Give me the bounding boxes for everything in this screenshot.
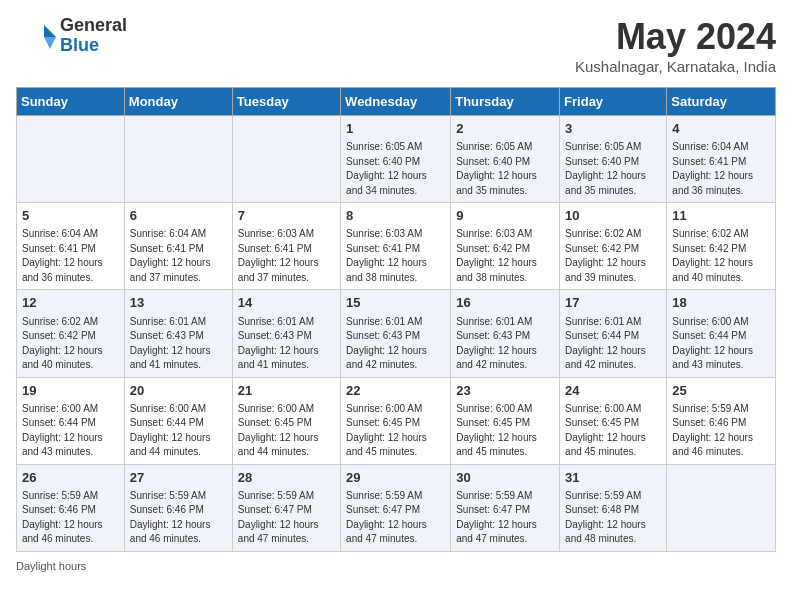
day-number: 13 bbox=[130, 294, 227, 312]
day-info: Sunrise: 6:05 AM Sunset: 6:40 PM Dayligh… bbox=[456, 140, 554, 198]
calendar-cell: 2Sunrise: 6:05 AM Sunset: 6:40 PM Daylig… bbox=[451, 116, 560, 203]
day-number: 14 bbox=[238, 294, 335, 312]
day-info: Sunrise: 6:00 AM Sunset: 6:44 PM Dayligh… bbox=[130, 402, 227, 460]
day-number: 25 bbox=[672, 382, 770, 400]
day-info: Sunrise: 6:00 AM Sunset: 6:45 PM Dayligh… bbox=[346, 402, 445, 460]
day-number: 28 bbox=[238, 469, 335, 487]
calendar-cell: 6Sunrise: 6:04 AM Sunset: 6:41 PM Daylig… bbox=[124, 203, 232, 290]
day-info: Sunrise: 6:03 AM Sunset: 6:42 PM Dayligh… bbox=[456, 227, 554, 285]
calendar-week-3: 12Sunrise: 6:02 AM Sunset: 6:42 PM Dayli… bbox=[17, 290, 776, 377]
day-number: 11 bbox=[672, 207, 770, 225]
day-info: Sunrise: 6:04 AM Sunset: 6:41 PM Dayligh… bbox=[22, 227, 119, 285]
day-info: Sunrise: 6:05 AM Sunset: 6:40 PM Dayligh… bbox=[565, 140, 661, 198]
logo-icon bbox=[16, 21, 56, 51]
day-info: Sunrise: 6:04 AM Sunset: 6:41 PM Dayligh… bbox=[672, 140, 770, 198]
day-info: Sunrise: 5:59 AM Sunset: 6:48 PM Dayligh… bbox=[565, 489, 661, 547]
calendar-table: SundayMondayTuesdayWednesdayThursdayFrid… bbox=[16, 87, 776, 552]
day-number: 3 bbox=[565, 120, 661, 138]
day-number: 20 bbox=[130, 382, 227, 400]
day-number: 2 bbox=[456, 120, 554, 138]
calendar-cell: 13Sunrise: 6:01 AM Sunset: 6:43 PM Dayli… bbox=[124, 290, 232, 377]
calendar-cell: 18Sunrise: 6:00 AM Sunset: 6:44 PM Dayli… bbox=[667, 290, 776, 377]
day-info: Sunrise: 6:04 AM Sunset: 6:41 PM Dayligh… bbox=[130, 227, 227, 285]
title-block: May 2024 Kushalnagar, Karnataka, India bbox=[575, 16, 776, 75]
calendar-cell: 24Sunrise: 6:00 AM Sunset: 6:45 PM Dayli… bbox=[560, 377, 667, 464]
day-number: 23 bbox=[456, 382, 554, 400]
calendar-week-2: 5Sunrise: 6:04 AM Sunset: 6:41 PM Daylig… bbox=[17, 203, 776, 290]
day-info: Sunrise: 6:01 AM Sunset: 6:43 PM Dayligh… bbox=[456, 315, 554, 373]
day-info: Sunrise: 5:59 AM Sunset: 6:47 PM Dayligh… bbox=[456, 489, 554, 547]
day-number: 12 bbox=[22, 294, 119, 312]
calendar-cell: 29Sunrise: 5:59 AM Sunset: 6:47 PM Dayli… bbox=[341, 464, 451, 551]
calendar-cell: 5Sunrise: 6:04 AM Sunset: 6:41 PM Daylig… bbox=[17, 203, 125, 290]
calendar-cell: 22Sunrise: 6:00 AM Sunset: 6:45 PM Dayli… bbox=[341, 377, 451, 464]
day-info: Sunrise: 6:00 AM Sunset: 6:45 PM Dayligh… bbox=[565, 402, 661, 460]
calendar-cell bbox=[17, 116, 125, 203]
day-info: Sunrise: 6:02 AM Sunset: 6:42 PM Dayligh… bbox=[672, 227, 770, 285]
calendar-header-row: SundayMondayTuesdayWednesdayThursdayFrid… bbox=[17, 88, 776, 116]
calendar-week-4: 19Sunrise: 6:00 AM Sunset: 6:44 PM Dayli… bbox=[17, 377, 776, 464]
calendar-cell: 31Sunrise: 5:59 AM Sunset: 6:48 PM Dayli… bbox=[560, 464, 667, 551]
location-title: Kushalnagar, Karnataka, India bbox=[575, 58, 776, 75]
day-info: Sunrise: 6:03 AM Sunset: 6:41 PM Dayligh… bbox=[346, 227, 445, 285]
day-number: 6 bbox=[130, 207, 227, 225]
page-header: General Blue May 2024 Kushalnagar, Karna… bbox=[16, 16, 776, 75]
day-number: 26 bbox=[22, 469, 119, 487]
day-number: 9 bbox=[456, 207, 554, 225]
calendar-cell: 21Sunrise: 6:00 AM Sunset: 6:45 PM Dayli… bbox=[232, 377, 340, 464]
logo: General Blue bbox=[16, 16, 127, 56]
day-number: 10 bbox=[565, 207, 661, 225]
calendar-cell: 10Sunrise: 6:02 AM Sunset: 6:42 PM Dayli… bbox=[560, 203, 667, 290]
calendar-week-5: 26Sunrise: 5:59 AM Sunset: 6:46 PM Dayli… bbox=[17, 464, 776, 551]
calendar-cell: 27Sunrise: 5:59 AM Sunset: 6:46 PM Dayli… bbox=[124, 464, 232, 551]
calendar-cell: 23Sunrise: 6:00 AM Sunset: 6:45 PM Dayli… bbox=[451, 377, 560, 464]
calendar-cell bbox=[124, 116, 232, 203]
day-info: Sunrise: 6:02 AM Sunset: 6:42 PM Dayligh… bbox=[22, 315, 119, 373]
day-number: 27 bbox=[130, 469, 227, 487]
day-number: 30 bbox=[456, 469, 554, 487]
day-number: 29 bbox=[346, 469, 445, 487]
calendar-cell: 4Sunrise: 6:04 AM Sunset: 6:41 PM Daylig… bbox=[667, 116, 776, 203]
svg-marker-1 bbox=[44, 25, 56, 37]
day-info: Sunrise: 6:01 AM Sunset: 6:43 PM Dayligh… bbox=[238, 315, 335, 373]
header-wednesday: Wednesday bbox=[341, 88, 451, 116]
day-number: 18 bbox=[672, 294, 770, 312]
day-number: 22 bbox=[346, 382, 445, 400]
calendar-cell: 17Sunrise: 6:01 AM Sunset: 6:44 PM Dayli… bbox=[560, 290, 667, 377]
day-info: Sunrise: 6:03 AM Sunset: 6:41 PM Dayligh… bbox=[238, 227, 335, 285]
day-info: Sunrise: 6:01 AM Sunset: 6:43 PM Dayligh… bbox=[346, 315, 445, 373]
day-info: Sunrise: 5:59 AM Sunset: 6:46 PM Dayligh… bbox=[22, 489, 119, 547]
month-title: May 2024 bbox=[575, 16, 776, 58]
day-info: Sunrise: 6:05 AM Sunset: 6:40 PM Dayligh… bbox=[346, 140, 445, 198]
header-sunday: Sunday bbox=[17, 88, 125, 116]
calendar-cell: 19Sunrise: 6:00 AM Sunset: 6:44 PM Dayli… bbox=[17, 377, 125, 464]
day-info: Sunrise: 6:00 AM Sunset: 6:45 PM Dayligh… bbox=[238, 402, 335, 460]
header-tuesday: Tuesday bbox=[232, 88, 340, 116]
calendar-cell: 1Sunrise: 6:05 AM Sunset: 6:40 PM Daylig… bbox=[341, 116, 451, 203]
day-info: Sunrise: 5:59 AM Sunset: 6:47 PM Dayligh… bbox=[346, 489, 445, 547]
day-info: Sunrise: 6:01 AM Sunset: 6:43 PM Dayligh… bbox=[130, 315, 227, 373]
calendar-cell: 11Sunrise: 6:02 AM Sunset: 6:42 PM Dayli… bbox=[667, 203, 776, 290]
day-number: 21 bbox=[238, 382, 335, 400]
calendar-cell: 3Sunrise: 6:05 AM Sunset: 6:40 PM Daylig… bbox=[560, 116, 667, 203]
header-saturday: Saturday bbox=[667, 88, 776, 116]
day-info: Sunrise: 5:59 AM Sunset: 6:47 PM Dayligh… bbox=[238, 489, 335, 547]
day-number: 24 bbox=[565, 382, 661, 400]
calendar-cell: 30Sunrise: 5:59 AM Sunset: 6:47 PM Dayli… bbox=[451, 464, 560, 551]
calendar-cell: 12Sunrise: 6:02 AM Sunset: 6:42 PM Dayli… bbox=[17, 290, 125, 377]
logo-blue: Blue bbox=[60, 35, 99, 55]
footer-note: Daylight hours bbox=[16, 560, 776, 572]
day-info: Sunrise: 6:00 AM Sunset: 6:44 PM Dayligh… bbox=[672, 315, 770, 373]
calendar-cell: 8Sunrise: 6:03 AM Sunset: 6:41 PM Daylig… bbox=[341, 203, 451, 290]
calendar-cell: 25Sunrise: 5:59 AM Sunset: 6:46 PM Dayli… bbox=[667, 377, 776, 464]
calendar-cell: 9Sunrise: 6:03 AM Sunset: 6:42 PM Daylig… bbox=[451, 203, 560, 290]
day-info: Sunrise: 6:01 AM Sunset: 6:44 PM Dayligh… bbox=[565, 315, 661, 373]
calendar-cell: 15Sunrise: 6:01 AM Sunset: 6:43 PM Dayli… bbox=[341, 290, 451, 377]
day-info: Sunrise: 6:02 AM Sunset: 6:42 PM Dayligh… bbox=[565, 227, 661, 285]
day-info: Sunrise: 5:59 AM Sunset: 6:46 PM Dayligh… bbox=[130, 489, 227, 547]
header-thursday: Thursday bbox=[451, 88, 560, 116]
logo-general: General bbox=[60, 15, 127, 35]
day-number: 5 bbox=[22, 207, 119, 225]
day-number: 15 bbox=[346, 294, 445, 312]
day-info: Sunrise: 6:00 AM Sunset: 6:44 PM Dayligh… bbox=[22, 402, 119, 460]
